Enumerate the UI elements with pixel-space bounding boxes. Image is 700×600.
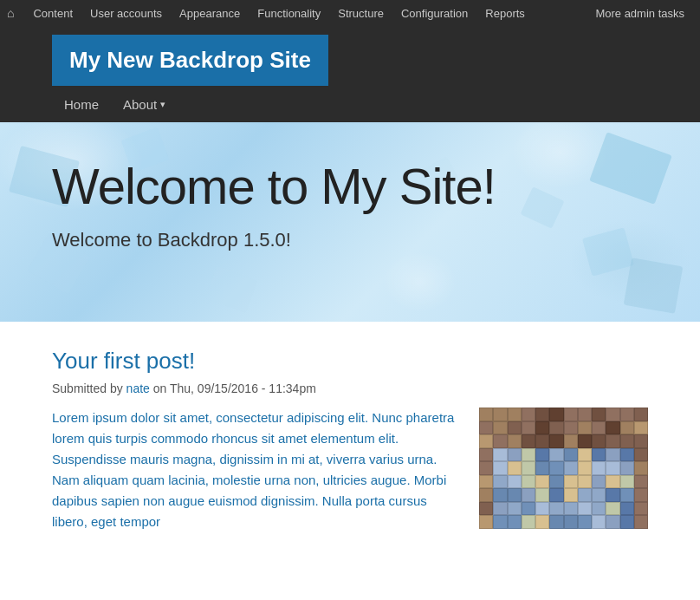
- site-header: My New Backdrop Site Home About ▾: [0, 26, 700, 122]
- mosaic-tile: [592, 408, 606, 421]
- mosaic-tile: [634, 421, 648, 435]
- admin-nav-user-accounts[interactable]: User accounts: [81, 0, 171, 26]
- mosaic-tile: [508, 448, 522, 462]
- mosaic-tile: [634, 475, 648, 489]
- mosaic-tile: [620, 434, 634, 448]
- admin-nav-reports[interactable]: Reports: [476, 0, 534, 26]
- mosaic-tile: [606, 475, 619, 489]
- mosaic-tile: [508, 502, 522, 516]
- mosaic-tile: [493, 408, 507, 421]
- mosaic-tile: [592, 515, 606, 529]
- mosaic-tile: [535, 448, 549, 462]
- mosaic-tile: [479, 502, 493, 516]
- mosaic-tile: [549, 408, 563, 421]
- mosaic-tile: [535, 434, 549, 448]
- mosaic-tile: [620, 448, 634, 462]
- mosaic-tile: [522, 475, 535, 489]
- mosaic-tile: [535, 488, 549, 502]
- admin-nav-appearance[interactable]: Appearance: [171, 0, 249, 26]
- mosaic-tile: [564, 448, 578, 462]
- mosaic-tile: [620, 461, 634, 475]
- mosaic-tile: [620, 408, 634, 421]
- mosaic-tile: [578, 475, 592, 489]
- mosaic-tile: [549, 461, 563, 475]
- home-icon[interactable]: ⌂: [7, 6, 14, 20]
- admin-nav-configuration[interactable]: Configuration: [392, 0, 476, 26]
- mosaic-tile: [620, 475, 634, 489]
- mosaic-tile: [564, 488, 578, 502]
- mosaic-tile: [522, 515, 535, 529]
- mosaic-tile: [634, 434, 648, 448]
- mosaic-tile: [522, 461, 535, 475]
- mosaic-tile: [578, 461, 592, 475]
- mosaic-tile: [564, 408, 578, 421]
- site-title[interactable]: My New Backdrop Site: [69, 47, 311, 73]
- mosaic-tile: [564, 515, 578, 529]
- mosaic-tile: [479, 408, 493, 421]
- mosaic-tile: [578, 434, 592, 448]
- post-image: [479, 408, 648, 529]
- more-admin-tasks[interactable]: More admin tasks: [587, 7, 693, 20]
- mosaic-tile: [535, 461, 549, 475]
- post-image-mosaic: [479, 408, 648, 529]
- mosaic-tile: [549, 475, 563, 489]
- mosaic-tile: [606, 488, 619, 502]
- mosaic-tile: [479, 434, 493, 448]
- mosaic-tile: [578, 448, 592, 462]
- mosaic-tile: [549, 488, 563, 502]
- mosaic-tile: [592, 421, 606, 435]
- admin-nav-structure[interactable]: Structure: [329, 0, 392, 26]
- mosaic-tile: [634, 488, 648, 502]
- mosaic-tile: [564, 434, 578, 448]
- mosaic-tile: [578, 515, 592, 529]
- mosaic-tile: [564, 461, 578, 475]
- mosaic-tile: [522, 502, 535, 516]
- mosaic-tile: [634, 408, 648, 421]
- mosaic-tile: [592, 475, 606, 489]
- hero-subtitle: Welcome to Backdrop 1.5.0!: [52, 229, 648, 251]
- mosaic-tile: [535, 502, 549, 516]
- mosaic-tile: [606, 421, 619, 435]
- post-meta: Submitted by nate on Thu, 09/15/2016 - 1…: [52, 382, 648, 395]
- mosaic-tile: [549, 448, 563, 462]
- mosaic-tile: [522, 448, 535, 462]
- mosaic-tile: [578, 421, 592, 435]
- mosaic-tile: [522, 421, 535, 435]
- post-body-wrapper: Lorem ipsum dolor sit amet, consectetur …: [52, 408, 648, 532]
- nav-about[interactable]: About ▾: [111, 86, 178, 122]
- mosaic-tile: [592, 488, 606, 502]
- mosaic-tile: [564, 502, 578, 516]
- mosaic-tile: [634, 502, 648, 516]
- mosaic-tile: [508, 461, 522, 475]
- mosaic-tile: [535, 421, 549, 435]
- mosaic-tile: [479, 448, 493, 462]
- mosaic-tile: [479, 515, 493, 529]
- mosaic-tile: [535, 408, 549, 421]
- mosaic-tile: [578, 408, 592, 421]
- mosaic-tile: [508, 488, 522, 502]
- admin-nav-functionality[interactable]: Functionality: [249, 0, 329, 26]
- hero-title: Welcome to My Site!: [52, 157, 648, 215]
- mosaic-tile: [479, 488, 493, 502]
- site-title-block: My New Backdrop Site: [52, 35, 328, 86]
- mosaic-tile: [522, 488, 535, 502]
- mosaic-tile: [508, 515, 522, 529]
- post-author-link[interactable]: nate: [126, 382, 150, 395]
- mosaic-tile: [493, 515, 507, 529]
- about-dropdown-arrow: ▾: [160, 99, 165, 110]
- mosaic-tile: [634, 461, 648, 475]
- post-title[interactable]: Your first post!: [52, 348, 648, 375]
- mosaic-tile: [479, 421, 493, 435]
- mosaic-tile: [549, 421, 563, 435]
- mosaic-tile: [493, 421, 507, 435]
- mosaic-tile: [508, 421, 522, 435]
- admin-nav-content[interactable]: Content: [24, 0, 81, 26]
- mosaic-tile: [592, 434, 606, 448]
- hero-decorative-squares: [0, 122, 700, 322]
- mosaic-tile: [578, 488, 592, 502]
- hero-section: Welcome to My Site! Welcome to Backdrop …: [0, 122, 700, 322]
- post-meta-prefix: Submitted by: [52, 382, 126, 395]
- nav-home[interactable]: Home: [52, 86, 111, 122]
- mosaic-tile: [508, 434, 522, 448]
- mosaic-tile: [592, 448, 606, 462]
